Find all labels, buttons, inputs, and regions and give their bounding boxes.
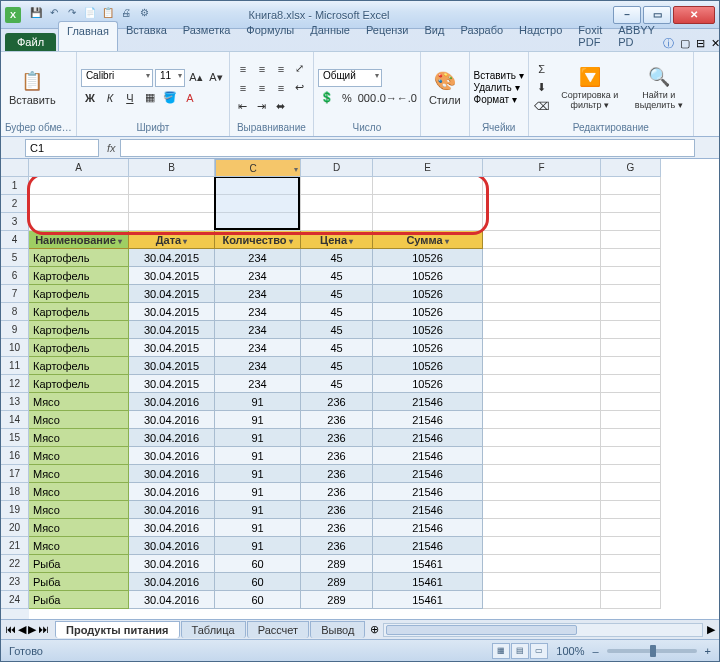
qat-button-0[interactable]: 💾: [28, 4, 44, 20]
decrease-decimal-icon[interactable]: ←.0: [398, 89, 416, 107]
cell-A2[interactable]: [29, 195, 129, 213]
row-header-12[interactable]: 12: [1, 375, 29, 393]
filter-icon[interactable]: ▾: [118, 237, 122, 246]
cell-B15[interactable]: 30.04.2016: [129, 429, 215, 447]
fill-icon[interactable]: ⬇: [533, 79, 551, 97]
column-header-A[interactable]: A: [29, 159, 129, 177]
formula-bar[interactable]: [120, 139, 695, 157]
cell-F3[interactable]: [483, 213, 601, 231]
align-center-icon[interactable]: ≡: [253, 79, 271, 97]
row-header-8[interactable]: 8: [1, 303, 29, 321]
cell-F15[interactable]: [483, 429, 601, 447]
cell-F1[interactable]: [483, 177, 601, 195]
sort-filter-button[interactable]: 🔽 Сортировка и фильтр ▾: [557, 64, 623, 112]
cell-E20[interactable]: 21546: [373, 519, 483, 537]
ribbon-tab-формулы[interactable]: Формулы: [238, 21, 302, 51]
cell-E5[interactable]: 10526: [373, 249, 483, 267]
cell-F16[interactable]: [483, 447, 601, 465]
cell-B16[interactable]: 30.04.2016: [129, 447, 215, 465]
qat-button-4[interactable]: 📋: [100, 4, 116, 20]
cell-G1[interactable]: [601, 177, 661, 195]
cell-G5[interactable]: [601, 249, 661, 267]
window-help-icon[interactable]: ⊟: [696, 37, 705, 50]
cell-G13[interactable]: [601, 393, 661, 411]
row-header-10[interactable]: 10: [1, 339, 29, 357]
cell-D23[interactable]: 289: [301, 573, 373, 591]
ribbon-tab-foxit pdf[interactable]: Foxit PDF: [570, 21, 610, 51]
filter-icon[interactable]: ▾: [289, 237, 293, 246]
cell-B20[interactable]: 30.04.2016: [129, 519, 215, 537]
decrease-font-icon[interactable]: A▾: [207, 69, 225, 87]
view-pagelayout-icon[interactable]: ▤: [511, 643, 529, 659]
cell-D18[interactable]: 236: [301, 483, 373, 501]
cell-E9[interactable]: 10526: [373, 321, 483, 339]
cell-C18[interactable]: 91: [215, 483, 301, 501]
qat-button-3[interactable]: 📄: [82, 4, 98, 20]
cell-B6[interactable]: 30.04.2015: [129, 267, 215, 285]
cell-F14[interactable]: [483, 411, 601, 429]
cell-A1[interactable]: [29, 177, 129, 195]
cell-A13[interactable]: Мясо: [29, 393, 129, 411]
sheet-tab-3[interactable]: Вывод: [310, 621, 365, 638]
cell-C12[interactable]: 234: [215, 375, 301, 393]
cell-D22[interactable]: 289: [301, 555, 373, 573]
cell-E12[interactable]: 10526: [373, 375, 483, 393]
row-header-3[interactable]: 3: [1, 213, 29, 231]
sheet-tab-2[interactable]: Рассчет: [247, 621, 310, 638]
row-header-20[interactable]: 20: [1, 519, 29, 537]
cell-B2[interactable]: [129, 195, 215, 213]
zoom-out-icon[interactable]: –: [592, 645, 598, 657]
cell-A23[interactable]: Рыба: [29, 573, 129, 591]
cell-C19[interactable]: 91: [215, 501, 301, 519]
cell-A18[interactable]: Мясо: [29, 483, 129, 501]
cell-G18[interactable]: [601, 483, 661, 501]
row-header-5[interactable]: 5: [1, 249, 29, 267]
insert-cells-button[interactable]: Вставить ▾: [474, 70, 524, 81]
cell-G12[interactable]: [601, 375, 661, 393]
cell-D5[interactable]: 45: [301, 249, 373, 267]
cell-A7[interactable]: Картофель: [29, 285, 129, 303]
cell-E13[interactable]: 21546: [373, 393, 483, 411]
cell-E19[interactable]: 21546: [373, 501, 483, 519]
cell-D17[interactable]: 236: [301, 465, 373, 483]
cell-D15[interactable]: 236: [301, 429, 373, 447]
cell-F20[interactable]: [483, 519, 601, 537]
cell-G9[interactable]: [601, 321, 661, 339]
wrap-text-icon[interactable]: ↩: [291, 79, 309, 97]
select-all-corner[interactable]: [1, 159, 29, 177]
cell-A20[interactable]: Мясо: [29, 519, 129, 537]
cell-E14[interactable]: 21546: [373, 411, 483, 429]
cell-B13[interactable]: 30.04.2016: [129, 393, 215, 411]
filter-icon[interactable]: ▾: [183, 237, 187, 246]
cell-B7[interactable]: 30.04.2015: [129, 285, 215, 303]
cell-F11[interactable]: [483, 357, 601, 375]
cell-G22[interactable]: [601, 555, 661, 573]
cell-G4[interactable]: [601, 231, 661, 249]
ribbon-tab-разрабо[interactable]: Разрабо: [452, 21, 511, 51]
qat-button-1[interactable]: ↶: [46, 4, 62, 20]
cell-E24[interactable]: 15461: [373, 591, 483, 609]
cell-A16[interactable]: Мясо: [29, 447, 129, 465]
cell-D11[interactable]: 45: [301, 357, 373, 375]
cell-D9[interactable]: 45: [301, 321, 373, 339]
cell-A10[interactable]: Картофель: [29, 339, 129, 357]
cell-G16[interactable]: [601, 447, 661, 465]
cell-C24[interactable]: 60: [215, 591, 301, 609]
cell-F21[interactable]: [483, 537, 601, 555]
italic-button[interactable]: К: [101, 89, 119, 107]
ribbon-tab-рецензи[interactable]: Рецензи: [358, 21, 417, 51]
cell-C23[interactable]: 60: [215, 573, 301, 591]
horizontal-scrollbar[interactable]: [383, 623, 703, 637]
cell-C17[interactable]: 91: [215, 465, 301, 483]
increase-font-icon[interactable]: A▴: [187, 69, 205, 87]
scroll-right-icon[interactable]: ▶: [707, 623, 715, 636]
column-header-C[interactable]: C: [215, 159, 301, 177]
cell-F8[interactable]: [483, 303, 601, 321]
cell-F5[interactable]: [483, 249, 601, 267]
cell-B1[interactable]: [129, 177, 215, 195]
sheet-nav-prev-icon[interactable]: ◀: [18, 623, 26, 636]
cell-A15[interactable]: Мясо: [29, 429, 129, 447]
row-header-15[interactable]: 15: [1, 429, 29, 447]
bold-button[interactable]: Ж: [81, 89, 99, 107]
orientation-icon[interactable]: ⤢: [291, 60, 309, 78]
